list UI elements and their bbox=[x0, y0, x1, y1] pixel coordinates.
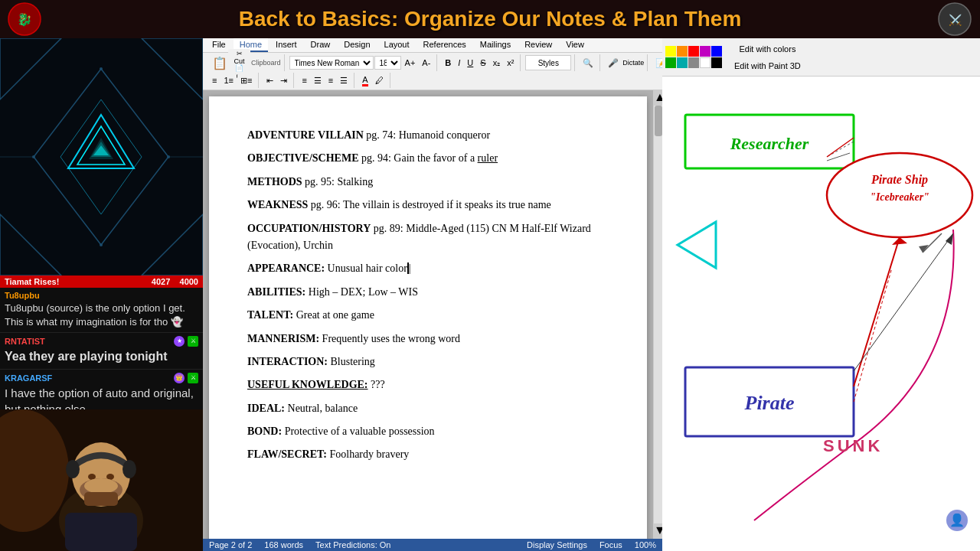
toolbar-row2: ≡ 1≡ ⊞≡ ⇤ ⇥ ≡ ☰ ≡ ☰ A 🖊 bbox=[206, 73, 659, 88]
zoom-level: 100% bbox=[635, 540, 656, 549]
shrink-font-button[interactable]: A- bbox=[419, 56, 433, 70]
tab-design[interactable]: Design bbox=[338, 38, 376, 52]
edit-with-paint3d-button[interactable]: Edit with Paint 3D bbox=[731, 59, 804, 73]
bold-button[interactable]: B bbox=[442, 56, 454, 70]
doc-line-appearance: APPEARANCE: Unusual hair color| bbox=[247, 260, 609, 277]
doc-line-flaw: FLAW/SECRET: Foolhardy bravery bbox=[247, 446, 609, 463]
color-green[interactable] bbox=[665, 57, 676, 68]
whiteboard[interactable]: Researcher Pirate Pirate Ship "Icebreake… bbox=[662, 77, 980, 551]
bullets-button[interactable]: ≡ bbox=[209, 73, 220, 87]
dictate-button[interactable]: 🎤 bbox=[605, 56, 622, 70]
subscript-button[interactable]: x₂ bbox=[490, 56, 504, 70]
justify-button[interactable]: ☰ bbox=[337, 73, 351, 87]
decrease-indent-button[interactable]: ⇤ bbox=[263, 73, 276, 87]
useful-underline: USEFUL KNOWLEDGE: bbox=[247, 379, 368, 390]
title-bar: 🐉 Back to Basics: Organize Our Notes & P… bbox=[0, 0, 980, 38]
paste-button[interactable]: 📋 bbox=[209, 54, 227, 71]
indent-section: ⇤ ⇥ bbox=[260, 73, 294, 88]
align-center-button[interactable]: ☰ bbox=[311, 73, 325, 87]
scrollbar[interactable]: ▲ ▼ bbox=[653, 90, 662, 539]
increase-indent-button[interactable]: ⇥ bbox=[277, 73, 290, 87]
doc-line-talent: TALENT: Great at one game bbox=[247, 307, 609, 324]
focus-mode[interactable]: Focus bbox=[599, 540, 622, 549]
doc-page: ADVENTURE VILLAIN pg. 74: Humanoid conqu… bbox=[209, 96, 647, 539]
badge-mod-2: ⚔ bbox=[188, 373, 198, 383]
tiamat-label: Tiamat Rises! bbox=[5, 277, 59, 286]
tab-mailings[interactable]: Mailings bbox=[474, 38, 517, 52]
chat-username: KRAGARSF bbox=[5, 373, 52, 383]
chat-meta: 👑 ⚔ bbox=[174, 373, 198, 383]
svg-text:"Icebreaker": "Icebreaker" bbox=[870, 191, 929, 203]
color-red[interactable] bbox=[688, 46, 699, 57]
doc-line-methods: METHODS pg. 95: Stalking bbox=[247, 174, 609, 191]
superscript-button[interactable]: x² bbox=[504, 56, 517, 70]
underline-button[interactable]: U bbox=[464, 56, 476, 70]
scroll-thumb[interactable] bbox=[655, 106, 662, 136]
scroll-up-button[interactable]: ▲ bbox=[654, 90, 662, 106]
text-cursor: | bbox=[407, 262, 411, 274]
chat-username: Tu8upbu bbox=[5, 291, 40, 300]
edit-with-colors-button[interactable]: Edit with colors bbox=[731, 42, 804, 56]
tab-layout[interactable]: Layout bbox=[378, 38, 416, 52]
svg-point-19 bbox=[167, 155, 170, 158]
doc-line-villain: ADVENTURE VILLAIN pg. 74: Humanoid conqu… bbox=[247, 127, 609, 144]
tab-view[interactable]: View bbox=[560, 38, 590, 52]
strikethrough-button[interactable]: S bbox=[477, 56, 488, 70]
chat-message: Tu8upbu Tu8upbu (source) is the only opt… bbox=[0, 288, 203, 333]
color-orange[interactable] bbox=[677, 46, 688, 57]
editing-section: 🔍 bbox=[577, 54, 600, 71]
color-teal[interactable] bbox=[677, 57, 688, 68]
ribbon-tabs[interactable]: File Home Insert Draw Design Layout Refe… bbox=[203, 38, 662, 53]
color-gray[interactable] bbox=[688, 57, 699, 68]
cut-button[interactable]: ✂ Cut bbox=[228, 49, 250, 63]
font-size-select[interactable]: 18 bbox=[374, 56, 401, 70]
tab-insert[interactable]: Insert bbox=[270, 38, 303, 52]
grow-font-button[interactable]: A+ bbox=[402, 56, 419, 70]
svg-point-31 bbox=[84, 478, 118, 494]
doc-line-objective: OBJECTIVE/SCHEME pg. 94: Gain the favor … bbox=[247, 150, 609, 167]
whiteboard-svg: Researcher Pirate Pirate Ship "Icebreake… bbox=[662, 77, 980, 551]
color-purple[interactable] bbox=[700, 46, 710, 57]
color-white[interactable] bbox=[700, 57, 710, 68]
highlight-button[interactable]: 🖊 bbox=[372, 73, 387, 87]
svg-point-18 bbox=[32, 155, 35, 158]
font-color-button[interactable]: A bbox=[359, 73, 371, 87]
left-panel: Tiamat Rises! 4027 4000 Tu8upbu Tu8upbu … bbox=[0, 38, 203, 551]
multilevel-button[interactable]: ⊞≡ bbox=[237, 73, 255, 87]
status-bar: Page 2 of 2 168 words Text Predictions: … bbox=[203, 539, 662, 551]
tab-references[interactable]: References bbox=[417, 38, 472, 52]
badge-mod: ⚔ bbox=[188, 336, 198, 347]
toolbar-row1: 📋 ✂ Cut 📄 Copy Clipboard Times New Roman… bbox=[206, 54, 659, 71]
right-panel: Edit with colors Edit with Paint 3D Rese… bbox=[662, 38, 980, 551]
find-button[interactable]: 🔍 bbox=[580, 56, 596, 70]
align-right-button[interactable]: ≡ bbox=[325, 73, 336, 87]
paint-toolbar: Edit with colors Edit with Paint 3D bbox=[662, 38, 980, 77]
editor-button[interactable]: 📝 bbox=[652, 56, 662, 70]
doc-content-wrapper[interactable]: ADVENTURE VILLAIN pg. 74: Humanoid conqu… bbox=[203, 90, 653, 539]
doc-line-occupation: OCCUPATION/HISTORY pg. 89: Middle-Aged (… bbox=[247, 220, 609, 255]
color-blue[interactable] bbox=[711, 46, 722, 57]
svg-text:Researcher: Researcher bbox=[730, 134, 809, 153]
logo-right: ⚔️ bbox=[938, 2, 972, 37]
dictate-section: 🎤 Dictate bbox=[602, 54, 648, 71]
chat-meta: ★ ⚔ bbox=[174, 336, 198, 347]
font-family-select[interactable]: Times New Roman bbox=[289, 56, 374, 70]
svg-point-21 bbox=[100, 243, 103, 246]
doc-line-weakness: WEAKNESS pg. 96: The villain is destroye… bbox=[247, 197, 609, 214]
tab-draw[interactable]: Draw bbox=[305, 38, 337, 52]
color-black[interactable] bbox=[711, 57, 722, 68]
scroll-down-button[interactable]: ▼ bbox=[654, 523, 662, 539]
display-settings[interactable]: Display Settings bbox=[527, 540, 587, 549]
lists-section: ≡ 1≡ ⊞≡ bbox=[206, 73, 259, 88]
styles-section: Styles bbox=[522, 54, 575, 71]
ruler-underline: ruler bbox=[478, 152, 498, 164]
color-yellow[interactable] bbox=[665, 46, 676, 57]
chat-header: Tu8upbu bbox=[5, 291, 198, 300]
numbered-button[interactable]: 1≡ bbox=[220, 73, 237, 87]
chat-text: I have the option of auto and original, … bbox=[5, 385, 198, 409]
align-left-button[interactable]: ≡ bbox=[299, 73, 309, 87]
italic-button[interactable]: I bbox=[455, 56, 463, 70]
svg-rect-33 bbox=[65, 513, 137, 551]
doc-area: ADVENTURE VILLAIN pg. 74: Humanoid conqu… bbox=[203, 90, 662, 539]
tab-review[interactable]: Review bbox=[518, 38, 558, 52]
